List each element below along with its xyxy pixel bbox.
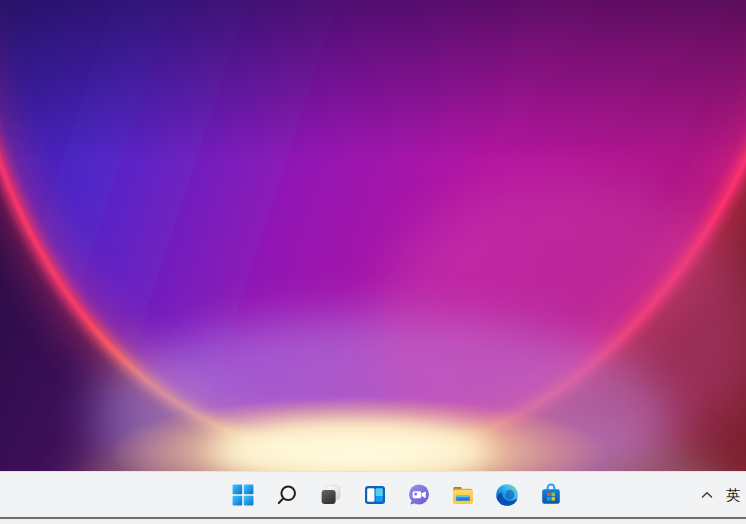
windows-desktop-screen: 英 — [0, 0, 746, 524]
taskbar-file-explorer-button[interactable] — [443, 475, 483, 515]
show-hidden-icons-button[interactable] — [694, 475, 720, 515]
taskbar-task-view-button[interactable] — [311, 475, 351, 515]
taskbar-start-button[interactable] — [223, 475, 263, 515]
folder-icon — [451, 483, 475, 507]
taskbar-edge-button[interactable] — [487, 475, 527, 515]
desktop-wallpaper[interactable] — [0, 0, 746, 471]
store-bag-icon — [539, 483, 563, 507]
taskbar-search-button[interactable] — [267, 475, 307, 515]
taskbar-tray-area: 英 — [694, 475, 746, 515]
chevron-up-icon — [700, 488, 714, 502]
taskbar-widgets-button[interactable] — [355, 475, 395, 515]
edge-browser-icon — [495, 483, 519, 507]
taskbar-center-icons — [223, 475, 571, 515]
search-icon — [275, 483, 299, 507]
video-chat-icon — [407, 483, 431, 507]
task-view-icon — [319, 483, 343, 507]
taskbar-store-button[interactable] — [531, 475, 571, 515]
widgets-icon — [363, 483, 387, 507]
windows-logo-icon — [231, 483, 255, 507]
bottom-strip — [0, 519, 746, 524]
bloom-wallpaper-art — [0, 0, 746, 471]
taskbar-chat-button[interactable] — [399, 475, 439, 515]
taskbar: 英 — [0, 471, 746, 517]
ime-language-indicator[interactable]: 英 — [720, 475, 746, 515]
